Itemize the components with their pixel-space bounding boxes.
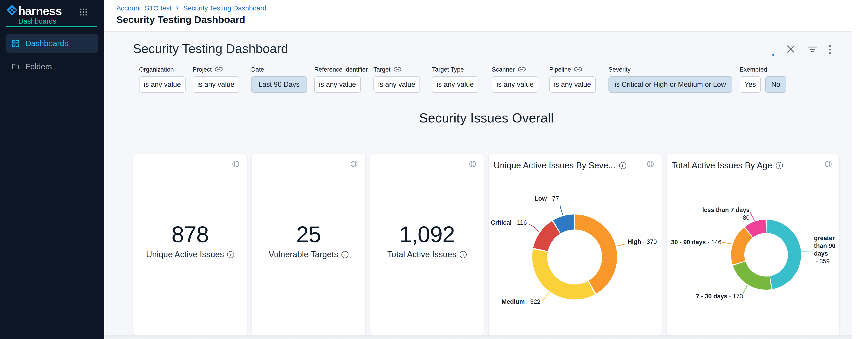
donut-label-medium: Medium - 322: [498, 298, 540, 306]
harness-logo-icon: [7, 5, 17, 16]
filter-pipeline: Pipeline is any value: [549, 66, 596, 93]
globe-icon[interactable]: [232, 160, 240, 169]
issues-by-severity-card: Unique Active Issues By Seve... i High -…: [489, 154, 661, 335]
dashboards-icon: [11, 39, 20, 48]
stat-value: 878: [133, 222, 247, 247]
sidebar-divider: [6, 26, 97, 27]
donut-label-30-90-days: 30 - 90 days - 146: [669, 238, 721, 246]
filter-value-button[interactable]: is any value: [432, 76, 478, 93]
filter-label: Severity: [609, 66, 732, 74]
stat-label: Unique Active Issues i: [133, 250, 247, 259]
globe-icon[interactable]: [469, 160, 476, 169]
breadcrumb-account-link[interactable]: Account: STO test: [116, 4, 172, 12]
kebab-menu-icon[interactable]: [829, 45, 831, 55]
filter-exempted: Exempted Yes No: [740, 66, 786, 93]
main-area: Account: STO test Security Testing Dashb…: [104, 0, 868, 339]
filter-severity: Severity is Critical or High or Medium o…: [609, 66, 732, 93]
top-header: Account: STO test Security Testing Dashb…: [104, 0, 868, 31]
sidebar-item-dashboards[interactable]: Dashboards: [6, 34, 98, 53]
link-icon: [518, 66, 526, 73]
donut-label-less-7-days: less than 7 days - 80: [693, 206, 750, 222]
filter-label: Target Type: [432, 66, 478, 74]
donut-label-critical: Critical - 116: [490, 219, 527, 227]
link-icon: [215, 66, 222, 73]
apps-grid-icon[interactable]: [78, 7, 89, 18]
filter-label: Project: [193, 66, 239, 74]
sidebar-item-folders[interactable]: Folders: [6, 57, 98, 76]
breadcrumb: Account: STO test Security Testing Dashb…: [116, 4, 266, 13]
filter-target: Target is any value: [373, 66, 420, 93]
exempted-no-button[interactable]: No: [765, 76, 786, 93]
link-icon: [394, 66, 401, 73]
filter-label: Reference Identifier: [314, 66, 368, 74]
info-icon[interactable]: i: [341, 251, 348, 258]
donut-label-low: Low - 77: [502, 195, 559, 202]
dashboard-panel: Security Testing Dashboard Organization: [104, 31, 852, 335]
info-icon[interactable]: i: [227, 251, 234, 258]
module-name: Dashboards: [19, 17, 56, 25]
filter-label: Scanner: [492, 66, 538, 74]
stat-value: 1,092: [370, 222, 484, 247]
sidebar-item-label: Dashboards: [25, 39, 68, 48]
filter-label: Pipeline: [549, 66, 596, 74]
filter-value-button[interactable]: is Critical or High or Medium or Low: [609, 76, 732, 93]
dashboard-heading: Security Testing Dashboard: [133, 41, 288, 56]
link-icon: [574, 66, 582, 73]
cursor-dot: [772, 54, 774, 56]
filter-project: Project is any value: [193, 66, 239, 93]
filter-value-button[interactable]: is any value: [373, 76, 420, 93]
filter-value-button[interactable]: is any value: [139, 76, 186, 93]
filter-icon[interactable]: [808, 46, 817, 54]
brand-name: harness: [18, 4, 62, 18]
sidebar-item-label: Folders: [25, 62, 52, 71]
page-background-strip: [104, 335, 852, 339]
stat-label: Total Active Issues i: [370, 250, 484, 259]
filter-label: Target: [373, 66, 420, 74]
folder-icon: [11, 62, 20, 71]
filter-label: Date: [251, 66, 307, 74]
filter-target-type: Target Type is any value: [432, 66, 478, 93]
filter-reference-identifier: Reference Identifier is any value: [314, 66, 368, 93]
vulnerable-targets-card: 25 Vulnerable Targets i: [252, 154, 365, 335]
sidebar: harness Dashboards Da: [0, 0, 104, 339]
close-icon[interactable]: [786, 45, 795, 54]
total-active-issues-card: 1,092 Total Active Issues i: [370, 154, 484, 335]
scrollbar-gutter[interactable]: [852, 31, 868, 339]
filter-value-button[interactable]: is any value: [492, 76, 538, 93]
filter-value-button[interactable]: is any value: [314, 76, 361, 93]
filter-organization: Organization is any value: [139, 66, 186, 93]
breadcrumb-page-link[interactable]: Security Testing Dashboard: [183, 4, 266, 12]
exempted-yes-button[interactable]: Yes: [740, 76, 761, 93]
sidebar-nav: Dashboards Folders: [6, 34, 98, 76]
stat-label: Vulnerable Targets i: [252, 250, 365, 259]
cards-row: 878 Unique Active Issues i 25: [133, 154, 839, 335]
info-icon[interactable]: i: [460, 251, 467, 258]
section-title: Security Issues Overall: [133, 110, 839, 125]
issues-by-age-card: Total Active Issues By Age i greater tha…: [666, 154, 839, 335]
unique-active-issues-card: 878 Unique Active Issues i: [133, 154, 247, 335]
filter-scanner: Scanner is any value: [492, 66, 538, 93]
globe-icon[interactable]: [350, 160, 358, 169]
breadcrumb-chevron-icon: [176, 4, 179, 12]
stat-value: 25: [252, 222, 365, 247]
donut-label-7-30-days: 7 - 30 days - 173: [694, 292, 743, 300]
filter-date: Date Last 90 Days: [251, 66, 307, 93]
page-title: Security Testing Dashboard: [116, 14, 245, 25]
filter-value-button[interactable]: is any value: [549, 76, 596, 93]
filter-value-button[interactable]: is any value: [193, 76, 239, 93]
security-testing-dashboard-page: harness Dashboards Da: [0, 0, 868, 339]
filter-value-button[interactable]: Last 90 Days: [251, 76, 307, 93]
filter-label: Exempted: [740, 66, 786, 74]
donut-label-greater-90-days: greater than 90 days - 359: [814, 234, 843, 265]
filter-label: Organization: [139, 66, 186, 74]
